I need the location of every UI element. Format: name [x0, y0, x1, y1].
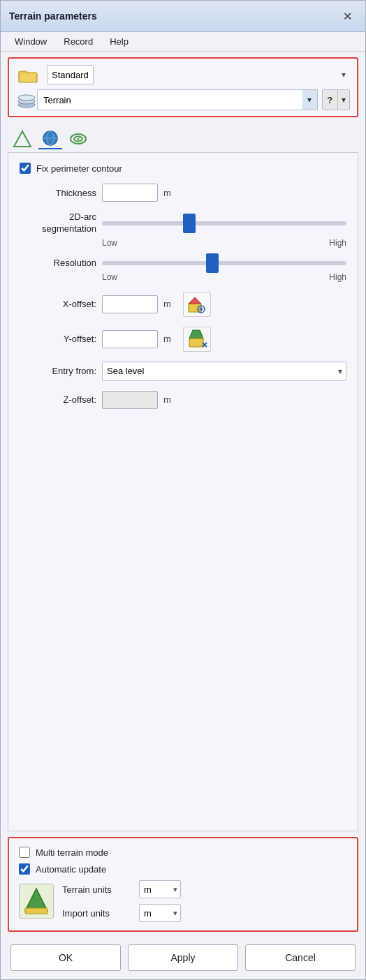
menu-window[interactable]: Window — [12, 35, 50, 48]
terrain-units-row: Terrain units m ft cm — [62, 880, 181, 898]
resolution-slider-wrapper — [102, 261, 346, 265]
arc-slider[interactable] — [102, 221, 346, 225]
zoffset-label: Z-offset: — [20, 394, 96, 405]
help-button[interactable]: ? — [322, 89, 337, 110]
top-section: Standard Terrain ▾ ? ▾ — [8, 57, 358, 117]
terrain-units-label: Terrain units — [62, 884, 132, 895]
xoffset-label: X-offset: — [20, 299, 96, 309]
zoffset-input[interactable]: 0 — [102, 391, 158, 409]
res-high-label: High — [329, 272, 346, 282]
tab-bar — [1, 123, 365, 152]
fix-perimeter-row: Fix perimeter contour — [20, 163, 346, 174]
thickness-row: Thickness 3 m — [20, 184, 346, 202]
auto-update-label: Automatic update — [36, 864, 106, 875]
terrain-units-select[interactable]: m ft cm — [139, 880, 181, 898]
yoffset-input[interactable]: 0 — [102, 330, 158, 348]
arc-slider-labels: Low High — [20, 238, 346, 248]
preset-row: Standard — [16, 64, 350, 85]
import-units-select-wrapper[interactable]: m ft cm — [139, 904, 181, 922]
yoffset-unit: m — [163, 334, 177, 344]
xoffset-input[interactable]: 0 — [102, 295, 158, 313]
window-title: Terrain parameters — [9, 10, 97, 22]
yoffset-label: Y-offset: — [20, 334, 96, 344]
xoffset-icon — [183, 292, 211, 317]
tab-terrain[interactable] — [10, 128, 34, 149]
layers-icon — [16, 89, 37, 110]
svg-point-5 — [18, 95, 35, 101]
yoffset-row: Y-offset: 0 m — [20, 327, 346, 352]
tab-contour[interactable] — [66, 128, 90, 149]
svg-marker-23 — [25, 889, 47, 911]
fix-perimeter-label: Fix perimeter contour — [36, 163, 122, 174]
layer-row: Terrain ▾ ? ▾ — [16, 89, 350, 110]
arc-slider-row: 2D-arcsegmentation — [20, 211, 346, 235]
svg-marker-15 — [189, 297, 201, 304]
thickness-input[interactable]: 3 — [102, 184, 158, 202]
ok-button[interactable]: OK — [10, 944, 121, 971]
resolution-label: Resolution — [20, 258, 96, 269]
footer-buttons: OK Apply Cancel — [1, 937, 365, 979]
svg-marker-19 — [189, 330, 203, 339]
terrain-units-select-wrapper[interactable]: m ft cm — [139, 880, 181, 898]
thickness-unit: m — [163, 188, 177, 198]
extra-dropdown-button[interactable]: ▾ — [338, 89, 351, 110]
terrain-units-icon — [19, 884, 54, 919]
resolution-slider-row: Resolution — [20, 258, 346, 269]
svg-rect-20 — [189, 339, 203, 347]
multi-terrain-row: Multi terrain mode — [19, 847, 347, 858]
auto-update-checkbox[interactable] — [19, 863, 30, 875]
arc-label: 2D-arcsegmentation — [20, 211, 96, 235]
bottom-section: Multi terrain mode Automatic update Terr… — [8, 837, 358, 932]
close-button[interactable]: ✕ — [337, 6, 357, 26]
title-bar: Terrain parameters ✕ — [1, 1, 365, 32]
svg-rect-24 — [25, 908, 47, 914]
layer-dropdown-button[interactable]: ▾ — [302, 89, 318, 110]
import-units-select[interactable]: m ft cm — [139, 904, 181, 922]
menu-record[interactable]: Record — [61, 35, 96, 48]
import-units-row: Import units m ft cm — [62, 904, 181, 922]
resolution-slider-labels: Low High — [20, 272, 346, 282]
yoffset-icon — [183, 327, 211, 352]
thickness-label: Thickness — [20, 188, 96, 198]
entry-label: Entry from: — [20, 366, 96, 376]
terrain-parameters-window: Terrain parameters ✕ Window Record Help … — [0, 0, 366, 980]
auto-update-row: Automatic update — [19, 863, 347, 875]
entry-select-wrapper[interactable]: Sea level Mean sea level Ground level — [102, 362, 346, 381]
menu-bar: Window Record Help — [1, 32, 365, 52]
arc-slider-wrapper — [102, 221, 346, 225]
multi-terrain-label: Multi terrain mode — [36, 847, 108, 858]
svg-marker-6 — [14, 131, 31, 147]
entry-row: Entry from: Sea level Mean sea level Gro… — [20, 362, 346, 381]
cancel-button[interactable]: Cancel — [245, 944, 356, 971]
arc-low-label: Low — [102, 238, 117, 248]
zoffset-row: Z-offset: 0 m — [20, 391, 346, 409]
menu-help[interactable]: Help — [107, 35, 131, 48]
import-units-label: Import units — [62, 908, 132, 919]
layer-select[interactable]: Terrain — [37, 89, 302, 110]
units-group: Terrain units m ft cm Import units m — [19, 880, 347, 922]
arc-high-label: High — [329, 238, 346, 248]
svg-rect-14 — [189, 304, 201, 312]
resolution-section: Resolution Low High — [20, 258, 346, 282]
arc-section: 2D-arcsegmentation Low High — [20, 211, 346, 248]
apply-button[interactable]: Apply — [128, 944, 238, 971]
entry-select[interactable]: Sea level Mean sea level Ground level — [102, 362, 346, 381]
fix-perimeter-checkbox[interactable] — [20, 163, 31, 174]
svg-point-13 — [78, 138, 80, 140]
main-panel: Fix perimeter contour Thickness 3 m 2D-a… — [8, 152, 358, 831]
folder-icon — [16, 64, 41, 85]
xoffset-unit: m — [163, 299, 177, 309]
xoffset-row: X-offset: 0 m — [20, 292, 346, 317]
tab-globe[interactable] — [38, 128, 62, 149]
res-low-label: Low — [102, 272, 117, 282]
preset-select[interactable]: Standard — [47, 65, 94, 84]
resolution-slider[interactable] — [102, 261, 346, 265]
zoffset-unit: m — [163, 394, 177, 405]
svg-rect-2 — [20, 73, 36, 82]
multi-terrain-checkbox[interactable] — [19, 847, 30, 858]
preset-select-wrapper[interactable]: Standard — [47, 65, 350, 84]
